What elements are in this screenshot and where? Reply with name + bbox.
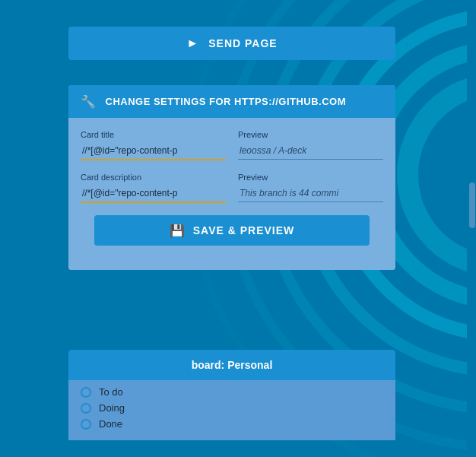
board-title: board: Personal: [192, 359, 273, 371]
wrench-icon: 🔧: [81, 94, 97, 109]
card-title-preview-label: Preview: [238, 130, 383, 139]
done-circle-icon: [81, 419, 91, 430]
save-preview-button[interactable]: 💾 SAVE & PREVIEW: [94, 215, 370, 246]
settings-body: Card title Preview Card description Prev…: [68, 118, 395, 270]
card-title-label: Card title: [81, 130, 226, 139]
todo-circle-icon: [81, 387, 91, 398]
card-description-preview-label: Preview: [238, 173, 383, 182]
done-label: Done: [99, 418, 122, 430]
card-description-preview-group: Preview: [238, 173, 383, 203]
send-page-label: SEND PAGE: [208, 37, 277, 49]
send-page-button[interactable]: ► SEND PAGE: [68, 27, 395, 60]
doing-circle-icon: [81, 403, 91, 414]
card-title-group: Card title: [81, 130, 226, 160]
card-description-preview-value: [238, 185, 383, 202]
board-items-list: To do Doing Done: [68, 380, 395, 440]
board-item-todo: To do: [81, 386, 383, 398]
main-content: ► SEND PAGE 🔧 CHANGE SETTINGS FOR HTTPS:…: [0, 0, 476, 457]
card-title-input[interactable]: [81, 142, 226, 160]
todo-label: To do: [99, 386, 123, 398]
board-panel: board: Personal To do Doing Done: [68, 350, 395, 440]
doing-label: Doing: [99, 402, 125, 414]
card-description-label: Card description: [81, 173, 226, 182]
card-description-group: Card description: [81, 173, 226, 203]
card-title-row: Card title Preview: [81, 130, 383, 160]
board-item-done: Done: [81, 418, 383, 430]
card-title-preview-group: Preview: [238, 130, 383, 160]
card-title-preview-value: [238, 142, 383, 160]
card-description-input[interactable]: [81, 185, 226, 203]
card-description-row: Card description Preview: [81, 173, 383, 203]
board-item-doing: Doing: [81, 402, 383, 414]
settings-panel: 🔧 CHANGE SETTINGS FOR HTTPS://GITHUB.COM…: [68, 85, 395, 270]
save-preview-label: SAVE & PREVIEW: [193, 224, 295, 236]
save-icon: 💾: [170, 224, 186, 238]
board-header: board: Personal: [68, 350, 395, 380]
arrow-icon: ►: [186, 36, 199, 50]
settings-header: 🔧 CHANGE SETTINGS FOR HTTPS://GITHUB.COM: [68, 85, 395, 118]
settings-header-label: CHANGE SETTINGS FOR HTTPS://GITHUB.COM: [106, 96, 347, 107]
